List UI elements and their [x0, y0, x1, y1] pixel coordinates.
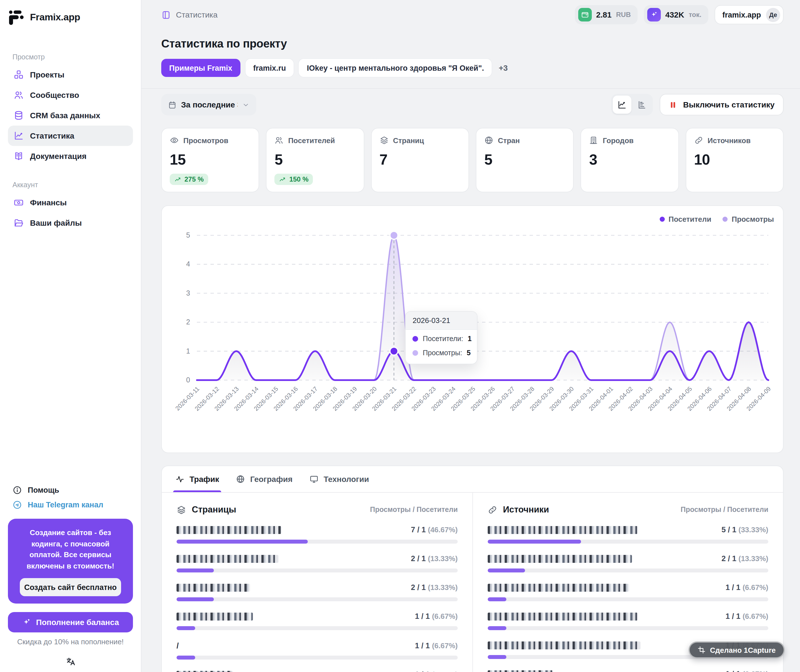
account-menu[interactable]: framix.app Де	[714, 5, 784, 24]
app-logo[interactable]: Framix.app	[8, 7, 133, 28]
legend-item[interactable]: Просмотры	[723, 215, 774, 223]
topup-label: Пополнение баланса	[36, 618, 119, 627]
period-select[interactable]: За последние 30	[161, 94, 256, 115]
redacted-label	[176, 670, 233, 672]
traffic-card: ТрафикГеографияТехнологии Страницы Просм…	[161, 466, 784, 672]
tab-monitor[interactable]: Технологии	[309, 466, 369, 492]
calendar-icon	[168, 101, 176, 109]
layers-icon	[379, 136, 389, 145]
banknote-icon	[14, 197, 24, 208]
source-row: 1 / 1 (6.67%)	[488, 670, 768, 672]
sidebar-item-folder-open[interactable]: Ваши файлы	[8, 213, 133, 233]
main-content: Статистика 2.81 RUB 432K ток. framix.app…	[141, 0, 800, 672]
project-tab-1[interactable]: framix.ru	[245, 59, 294, 77]
top-bar: Статистика 2.81 RUB 432K ток. framix.app…	[161, 0, 784, 27]
progress-fill	[488, 626, 506, 630]
stat-card-users: Посетителей 5150 %	[266, 128, 364, 192]
row-label: /	[176, 641, 179, 650]
balance-badge[interactable]: 2.81 RUB	[574, 5, 638, 24]
tooltip-date: 2026-03-21	[406, 312, 477, 330]
stat-card-building: Городов 3	[581, 128, 679, 192]
redacted-label	[176, 526, 281, 534]
stat-label: Источников	[707, 136, 750, 144]
help-link[interactable]: Помощь	[8, 483, 133, 497]
building-icon	[589, 136, 598, 145]
line-chart-icon	[618, 100, 627, 109]
row-value: 1 / 1 (6.67%)	[415, 641, 458, 650]
sidebar: Framix.app ПросмотрПроектыСообществоCRM …	[0, 0, 141, 672]
svg-text:2: 2	[186, 318, 190, 326]
traffic-chart[interactable]: 0123452026-03-112026-03-122026-03-132026…	[171, 226, 774, 442]
help-label: Помощь	[28, 486, 59, 494]
sidebar-item-book-open[interactable]: Документация	[8, 146, 133, 166]
trend-badge: 275 %	[170, 174, 208, 185]
panel-title: Источники	[503, 504, 549, 515]
bar-chart-toggle[interactable]	[633, 96, 651, 114]
sidebar-item-chart-line[interactable]: Статистика	[8, 126, 133, 146]
tab-globe[interactable]: География	[236, 466, 293, 492]
create-site-button[interactable]: Создать сайт бесплатно	[20, 578, 122, 596]
breadcrumb-label: Статистика	[176, 10, 218, 19]
row-value: 1 / 1 (6.67%)	[726, 670, 768, 672]
stat-label: Просмотров	[183, 136, 228, 144]
app-root: Framix.app ПросмотрПроектыСообществоCRM …	[0, 0, 800, 672]
svg-text:0: 0	[186, 376, 190, 384]
redacted-label	[488, 641, 640, 649]
tokens-badge[interactable]: 432K ток.	[644, 5, 708, 24]
info-icon	[13, 485, 22, 494]
page-row: 1 / 1 (6.67%)	[176, 612, 458, 630]
row-value: 7 / 1 (46.67%)	[411, 525, 458, 534]
project-tab-2[interactable]: IOkey - центр ментального здоровья "Я Ок…	[299, 59, 492, 77]
capture-watermark: Сделано 1Capture	[688, 642, 785, 658]
more-projects[interactable]: +3	[499, 63, 508, 72]
account-domain: framix.app	[722, 10, 761, 19]
row-value: 2 / 1 (13.33%)	[722, 554, 768, 563]
stat-value: 10	[694, 151, 775, 168]
pages-panel: Страницы Просмотры / Посетители 7 / 1 (4…	[162, 493, 472, 672]
breadcrumb[interactable]: Статистика	[161, 10, 218, 19]
sidebar-item-banknote[interactable]: Финансы	[8, 192, 133, 213]
progress-track	[176, 597, 458, 601]
stat-label: Стран	[498, 136, 520, 144]
svg-text:4: 4	[186, 260, 190, 268]
users-icon	[14, 90, 24, 100]
row-value: 1 / 1 (6.67%)	[726, 583, 768, 592]
divider	[141, 88, 800, 89]
traffic-tabs: ТрафикГеографияТехнологии	[162, 466, 783, 493]
tokens-amount: 432K	[666, 10, 684, 19]
filter-row: За последние 30 Выключить статистику	[161, 94, 784, 115]
layers-icon	[176, 505, 186, 514]
disable-stats-button[interactable]: Выключить статистику	[660, 94, 784, 115]
translate-icon[interactable]	[66, 656, 75, 666]
sidebar-item-database[interactable]: CRM база данных	[8, 105, 133, 126]
sidebar-item-cubes[interactable]: Проекты	[8, 64, 133, 85]
telegram-link[interactable]: Наш Telegram канал	[8, 497, 133, 512]
tokens-unit: ток.	[689, 11, 702, 19]
topup-balance-button[interactable]: Пополнение баланса	[8, 612, 133, 632]
chart-type-toggle	[611, 94, 653, 115]
promo-text: Создание сайтов - без кодинга, с почасов…	[15, 527, 126, 571]
page-title: Статистика по проекту	[161, 37, 784, 50]
svg-text:1: 1	[186, 347, 190, 355]
trend-badge: 150 %	[275, 174, 313, 185]
redacted-label	[176, 584, 250, 591]
book-open-icon	[14, 151, 24, 161]
source-row: 1 / 1 (6.67%)	[488, 612, 768, 630]
sidebar-item-users[interactable]: Сообщество	[8, 85, 133, 105]
stat-value: 5	[275, 151, 356, 168]
tooltip-visitors-row: Посетители: 1	[406, 330, 477, 344]
tab-activity[interactable]: Трафик	[175, 466, 219, 492]
stat-card-link: Источников 10	[685, 128, 784, 192]
panel-icon	[161, 10, 171, 19]
progress-track	[176, 540, 458, 544]
columns-label: Просмотры / Посетители	[370, 506, 458, 514]
line-chart-toggle[interactable]	[613, 96, 632, 114]
stat-card-globe: Стран 5	[476, 128, 574, 192]
views-dot	[413, 350, 418, 356]
progress-fill	[176, 597, 214, 601]
progress-fill	[176, 656, 195, 659]
legend-item[interactable]: Посетители	[659, 215, 711, 223]
progress-fill	[176, 626, 195, 630]
sidebar-nav: ПросмотрПроектыСообществоCRM база данных…	[8, 53, 133, 233]
project-tab-0[interactable]: Примеры Framix	[161, 59, 240, 77]
